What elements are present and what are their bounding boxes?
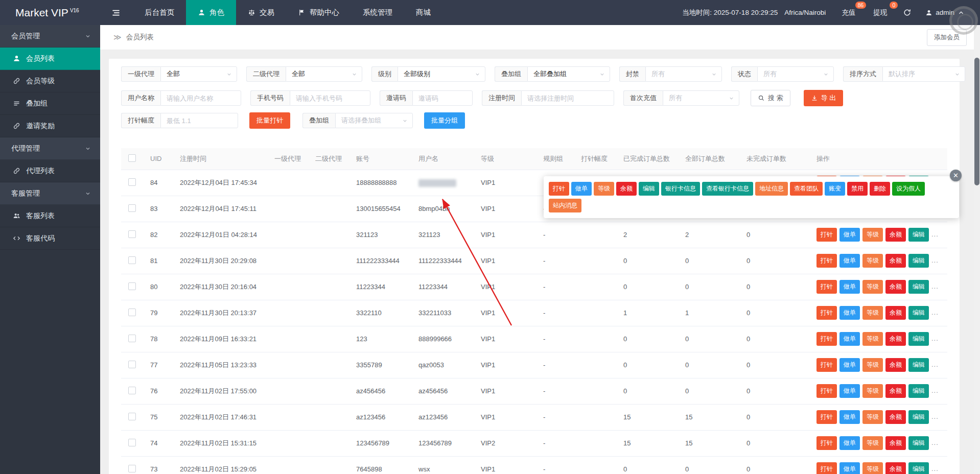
filter-select[interactable]: 所有: [645, 66, 722, 82]
row-action-inject[interactable]: 打针: [816, 384, 837, 398]
row-action-balance[interactable]: 余额: [885, 358, 906, 372]
row-action-inject[interactable]: 打针: [816, 462, 837, 474]
row-action-inject[interactable]: 打针: [816, 436, 837, 450]
row-action-inject[interactable]: 打针: [816, 228, 837, 242]
popup-action-edit[interactable]: 编辑: [639, 182, 659, 196]
add-member-button[interactable]: 添加会员: [927, 29, 967, 46]
more-actions-button[interactable]: ...: [931, 230, 939, 238]
filter-text-input[interactable]: [160, 90, 241, 106]
more-actions-button[interactable]: ...: [931, 387, 939, 394]
row-action-edit[interactable]: 编辑: [908, 280, 929, 294]
row-action-make-order[interactable]: 做单: [839, 436, 860, 450]
row-checkbox[interactable]: [128, 413, 136, 420]
row-checkbox[interactable]: [128, 282, 136, 290]
row-action-level[interactable]: 等级: [862, 410, 883, 424]
row-action-edit[interactable]: 编辑: [908, 254, 929, 268]
row-action-balance[interactable]: 余额: [885, 254, 906, 268]
row-action-edit[interactable]: 编辑: [908, 436, 929, 450]
more-actions-button[interactable]: ...: [931, 413, 939, 420]
row-action-make-order[interactable]: 做单: [839, 332, 860, 346]
row-action-level[interactable]: 等级: [862, 332, 883, 346]
popup-action-address-info[interactable]: 地址信息: [755, 182, 788, 196]
filter-select[interactable]: 所有: [663, 90, 739, 106]
row-action-inject[interactable]: 打针: [816, 280, 837, 294]
row-action-level[interactable]: 等级: [862, 254, 883, 268]
row-action-level[interactable]: 等级: [862, 462, 883, 474]
top-nav-dashboard[interactable]: 后台首页: [133, 0, 186, 25]
filter-select[interactable]: 所有: [757, 66, 834, 82]
filter-select[interactable]: 默认排序: [882, 66, 965, 82]
filter-select[interactable]: 全部: [286, 66, 362, 82]
sidebar-item-member-list[interactable]: 会员列表: [0, 48, 100, 70]
row-action-edit[interactable]: 编辑: [908, 358, 929, 372]
row-action-balance[interactable]: 余额: [885, 436, 906, 450]
recharge-link[interactable]: 充值 86: [839, 8, 857, 17]
app-logo[interactable]: Market VIPV16: [0, 7, 100, 19]
popup-action-level[interactable]: 等级: [594, 182, 614, 196]
sidebar-group-service-management[interactable]: 客服管理: [0, 182, 100, 205]
row-action-make-order[interactable]: 做单: [839, 384, 860, 398]
row-checkbox[interactable]: [128, 256, 136, 264]
more-actions-button[interactable]: ...: [931, 309, 939, 316]
search-button[interactable]: 搜 索: [751, 90, 790, 106]
row-checkbox[interactable]: [128, 387, 136, 394]
row-action-balance[interactable]: 余额: [885, 280, 906, 294]
row-checkbox[interactable]: [128, 335, 136, 342]
row-action-edit[interactable]: 编辑: [908, 462, 929, 474]
popup-action-set-as-fake[interactable]: 设为假人: [892, 182, 925, 196]
select-all-checkbox[interactable]: [128, 154, 136, 162]
popup-action-view-team[interactable]: 查看团队: [790, 182, 823, 196]
row-checkbox[interactable]: [128, 361, 136, 368]
popup-action-disable[interactable]: 禁用: [847, 182, 868, 196]
row-action-inject[interactable]: 打针: [816, 254, 837, 268]
close-icon[interactable]: ✕: [950, 170, 962, 181]
filter-text-input[interactable]: [521, 90, 614, 106]
inject-range-input[interactable]: [160, 113, 238, 128]
top-nav-mall[interactable]: 商城: [404, 0, 442, 25]
row-checkbox[interactable]: [128, 204, 136, 212]
row-action-make-order[interactable]: 做单: [839, 254, 860, 268]
row-action-make-order[interactable]: 做单: [839, 358, 860, 372]
more-actions-button[interactable]: ...: [931, 335, 939, 342]
row-action-make-order[interactable]: 做单: [839, 462, 860, 474]
row-action-balance[interactable]: 余额: [885, 332, 906, 346]
top-nav-trade[interactable]: 交易: [236, 0, 286, 25]
filter-text-input[interactable]: [412, 90, 473, 106]
batch-group-button[interactable]: 批量分组: [424, 112, 465, 129]
top-nav-help-center[interactable]: 帮助中心: [286, 0, 351, 25]
row-action-make-order[interactable]: 做单: [839, 410, 860, 424]
popup-action-account-change[interactable]: 账变: [825, 182, 845, 196]
more-actions-button[interactable]: ...: [931, 465, 939, 472]
row-action-level[interactable]: 等级: [862, 306, 883, 320]
row-action-inject[interactable]: 打针: [816, 306, 837, 320]
sidebar-item-agent-list[interactable]: 代理列表: [0, 160, 100, 182]
row-action-inject[interactable]: 打针: [816, 410, 837, 424]
row-checkbox[interactable]: [128, 178, 136, 186]
row-action-edit[interactable]: 编辑: [908, 332, 929, 346]
more-actions-button[interactable]: ...: [931, 256, 939, 264]
row-action-balance[interactable]: 余额: [885, 306, 906, 320]
popup-action-site-message[interactable]: 站内消息: [549, 199, 581, 212]
filter-select[interactable]: 请选择叠加组: [335, 113, 413, 128]
filter-text-input[interactable]: [290, 90, 370, 106]
sidebar-item-service-list[interactable]: 客服列表: [0, 205, 100, 227]
top-nav-system[interactable]: 系统管理: [351, 0, 404, 25]
scrollbar[interactable]: [974, 25, 980, 474]
sidebar-item-invite-reward[interactable]: 邀请奖励: [0, 115, 100, 137]
row-action-make-order[interactable]: 做单: [839, 306, 860, 320]
more-actions-button[interactable]: ...: [931, 439, 939, 446]
batch-inject-button[interactable]: 批量打针: [249, 112, 290, 129]
row-action-level[interactable]: 等级: [862, 384, 883, 398]
filter-select[interactable]: 全部叠加组: [527, 66, 610, 82]
sidebar-group-agent-management[interactable]: 代理管理: [0, 137, 100, 160]
row-checkbox[interactable]: [128, 439, 136, 446]
scrollbar-thumb[interactable]: [974, 58, 979, 185]
row-action-level[interactable]: 等级: [862, 228, 883, 242]
popup-action-balance[interactable]: 余额: [616, 182, 637, 196]
popup-action-view-bank-card-info[interactable]: 查看银行卡信息: [702, 182, 753, 196]
row-checkbox[interactable]: [128, 309, 136, 316]
row-action-balance[interactable]: 余额: [885, 384, 906, 398]
sidebar-group-member-management[interactable]: 会员管理: [0, 25, 100, 48]
withdraw-link[interactable]: 提现 0: [871, 8, 889, 17]
popup-action-delete[interactable]: 删除: [870, 182, 890, 196]
